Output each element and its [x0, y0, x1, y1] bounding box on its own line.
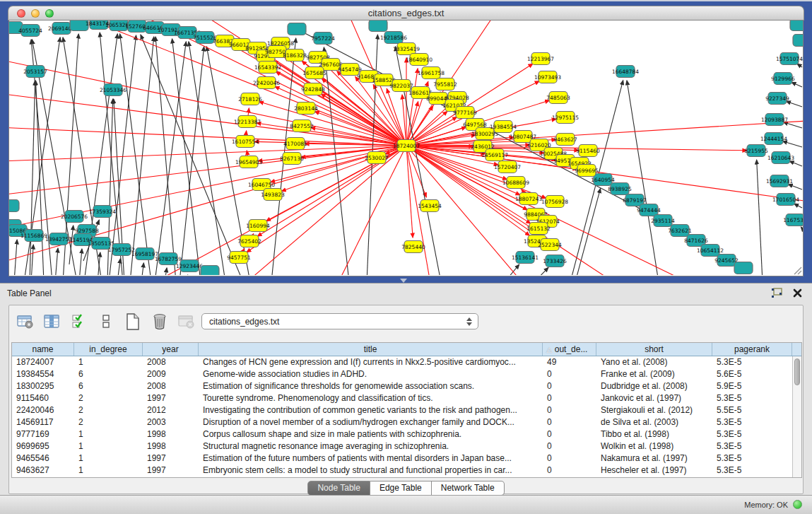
close-panel-icon[interactable] [793, 288, 802, 298]
tab-network-table[interactable]: Network Table [432, 481, 505, 496]
graph-edge[interactable] [79, 249, 82, 275]
cell-out_de[interactable]: 0 [543, 440, 596, 452]
graph-edge[interactable] [165, 268, 167, 275]
cell-name[interactable]: 18724007 [12, 356, 74, 368]
table-row[interactable]: 969969511998Structural magnetic resonanc… [12, 440, 801, 452]
cell-year[interactable]: 1998 [143, 428, 199, 440]
cell-in_degree[interactable]: 2 [74, 404, 143, 416]
graph-node[interactable]: 9457751 [227, 252, 251, 264]
cell-short[interactable]: Yano et al. (2008) [596, 356, 712, 368]
cell-name[interactable]: 9115460 [12, 392, 74, 404]
graph-edge[interactable] [14, 240, 17, 275]
cell-short[interactable]: Franke et al. (2009) [596, 368, 712, 380]
graph-node[interactable]: 1675685 [302, 67, 326, 79]
table-row[interactable]: 1872400712008Changes of HCN gene express… [12, 356, 801, 368]
cell-short[interactable]: Nakamura et al. (1997) [596, 452, 712, 465]
graph-edge[interactable] [155, 37, 176, 275]
cell-title[interactable]: Tourette syndrome. Phenomenology and cla… [199, 392, 543, 404]
cell-in_degree[interactable]: 1 [74, 440, 143, 452]
cell-title[interactable]: Changes of HCN gene expression and I(f) … [199, 356, 543, 368]
graph-node[interactable]: 8427552 [290, 120, 314, 132]
cell-pagerank[interactable]: 5.3E-5 [712, 440, 792, 452]
new-table-icon[interactable] [124, 313, 142, 330]
table-row[interactable]: 2242004622012Investigating the contribut… [12, 404, 801, 416]
graph-node[interactable]: 10688609 [502, 177, 529, 189]
graph-node[interactable]: 1167533 [783, 214, 803, 226]
cell-name[interactable]: 9463627 [12, 465, 74, 477]
delete-column-icon[interactable] [151, 313, 169, 330]
graph-edge[interactable] [36, 81, 44, 275]
cell-title[interactable]: Estimation of the future numbers of pati… [199, 452, 543, 465]
cell-title[interactable]: Disruption of a novel member of a sodium… [199, 416, 543, 428]
window-titlebar[interactable]: citations_edges.txt [8, 6, 804, 21]
graph-node[interactable]: 2530027 [365, 152, 389, 164]
graph-edge[interactable] [55, 248, 58, 275]
graph-node[interactable]: 15720407 [494, 161, 521, 173]
cell-in_degree[interactable]: 1 [74, 428, 143, 440]
graph-node[interactable]: 12444154 [760, 133, 787, 145]
graph-node[interactable]: 16961758 [418, 67, 445, 79]
graph-node[interactable]: 19218586 [380, 32, 407, 44]
graph-edge[interactable] [141, 263, 143, 275]
graph-edge[interactable] [627, 81, 659, 275]
graph-node[interactable]: 9463627 [553, 134, 577, 146]
select-columns-icon[interactable] [70, 313, 88, 330]
cell-out_de[interactable]: 0 [543, 428, 596, 440]
graph-node[interactable]: 15751074 [776, 53, 803, 65]
cell-short[interactable]: Dudbridge et al. (2008) [596, 380, 712, 392]
graph-node[interactable]: 7957224 [311, 33, 335, 45]
graph-node[interactable] [288, 23, 306, 35]
graph-edge[interactable] [757, 160, 763, 275]
graph-node[interactable]: 20206576 [61, 211, 88, 223]
graph-node[interactable]: 16648784 [612, 66, 639, 78]
column-header-in_degree[interactable]: in_degree [74, 343, 143, 356]
graph-node[interactable]: 1160994 [246, 220, 270, 232]
graph-node[interactable]: 9115460 [576, 145, 600, 157]
graph-edge[interactable] [786, 101, 802, 107]
graph-edge[interactable] [30, 81, 35, 275]
cell-out_de[interactable]: 0 [543, 465, 596, 477]
graph-edge[interactable] [31, 245, 33, 275]
graph-node[interactable]: 9242848 [301, 83, 325, 95]
column-header-short[interactable]: short [596, 343, 712, 356]
cell-name[interactable]: 9777169 [12, 428, 74, 440]
table-row[interactable]: 1830029562008Estimation of significance … [12, 380, 801, 392]
tab-edge-table[interactable]: Edge Table [370, 481, 432, 496]
graph-node[interactable]: 9227349 [765, 93, 789, 105]
float-panel-icon[interactable] [771, 288, 783, 298]
cell-year[interactable]: 1998 [143, 440, 199, 452]
cell-out_de[interactable]: 0 [543, 380, 596, 392]
graph-edge[interactable] [792, 82, 802, 87]
graph-edge[interactable] [180, 47, 204, 275]
citation-network-graph[interactable]: 4055724206914061843174810653287152760264… [9, 21, 803, 275]
graph-node[interactable]: 12213967 [527, 53, 554, 65]
cell-name[interactable]: 22420046 [12, 404, 74, 416]
cell-title[interactable]: Embryonic stem cells: a model to study s… [199, 465, 543, 477]
column-header-year[interactable]: year [143, 343, 199, 356]
cell-pagerank[interactable]: 5.3E-5 [712, 428, 792, 440]
graph-node[interactable]: 15136141 [512, 252, 539, 264]
cell-year[interactable]: 1997 [143, 452, 199, 465]
table-row[interactable]: 1938455462009Genome-wide association stu… [12, 368, 801, 380]
cell-pagerank[interactable]: 5.3E-5 [712, 452, 792, 465]
graph-edge[interactable] [275, 86, 406, 146]
graph-edge[interactable] [406, 146, 546, 198]
graph-node[interactable]: 1543454 [418, 200, 442, 212]
row-height-icon[interactable] [97, 313, 115, 330]
cell-short[interactable]: Tibbo et al. (1998) [596, 428, 712, 440]
graph-edge[interactable] [117, 259, 120, 275]
table-options-icon[interactable] [16, 313, 35, 330]
graph-edge[interactable] [9, 146, 406, 162]
table-row[interactable]: 946362711997Embryonic stem cells: a mode… [12, 465, 801, 477]
graph-edge[interactable] [788, 185, 802, 189]
graph-node[interactable]: 9777169 [453, 107, 477, 119]
cell-year[interactable]: 2012 [143, 404, 199, 416]
graph-edge[interactable] [324, 47, 349, 275]
cell-pagerank[interactable]: 5.3E-5 [712, 356, 792, 368]
cell-in_degree[interactable]: 1 [74, 465, 143, 477]
table-row[interactable]: 977716911998Corpus callosum shape and si… [12, 428, 801, 440]
graph-node[interactable] [734, 262, 753, 274]
graph-edge[interactable] [575, 189, 601, 275]
cell-title[interactable]: Genome-wide association studies in ADHD. [199, 368, 543, 380]
graph-edge[interactable] [155, 42, 186, 275]
